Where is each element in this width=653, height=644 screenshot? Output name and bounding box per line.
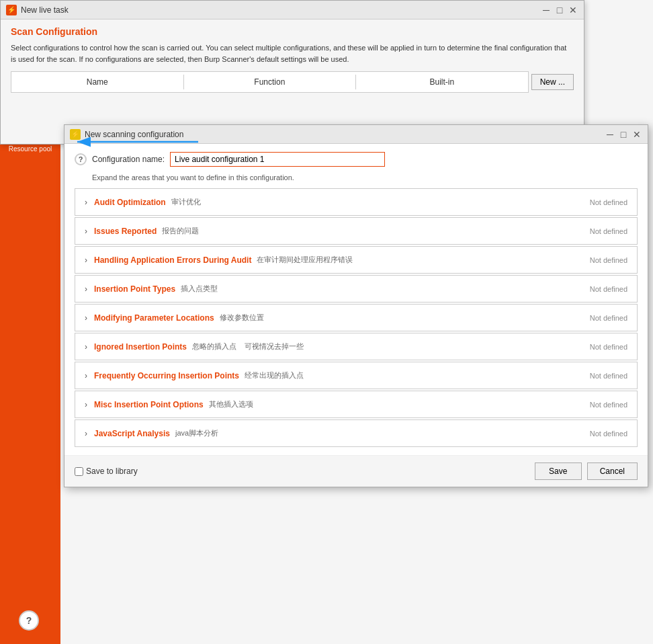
- dialog-body: ? Configuration name: Expand the areas t…: [64, 144, 648, 455]
- col-name: Name: [11, 75, 184, 89]
- section-title-insertion-point-types: Insertion Point Types: [94, 284, 175, 294]
- save-to-library-checkbox[interactable]: [75, 467, 83, 476]
- live-task-title-icon: ⚡: [6, 5, 17, 15]
- section-insertion-point-types[interactable]: ›Insertion Point Types插入点类型Not defined: [75, 275, 638, 303]
- section-subtitle-modifying-param-locations: 修改参数位置: [220, 313, 264, 323]
- scan-config-area: Scan Configuration Select configurations…: [1, 19, 584, 99]
- dialog-titlebar: ⚡ New scanning configuration ─ □ ✕: [64, 125, 648, 144]
- chevron-icon-javascript-analysis: ›: [85, 429, 87, 438]
- section-title-misc-insertion-options: Misc Insertion Point Options: [94, 400, 204, 409]
- section-subtitle-frequently-occurring: 经常出现的插入点: [245, 370, 304, 380]
- chevron-icon-modifying-param-locations: ›: [85, 313, 87, 323]
- close-button[interactable]: ✕: [568, 5, 578, 15]
- section-audit-optimization[interactable]: ›Audit Optimization审计优化Not defined: [75, 188, 638, 216]
- section-status-javascript-analysis: Not defined: [590, 430, 627, 438]
- section-title-modifying-param-locations: Modifying Parameter Locations: [94, 313, 214, 323]
- scan-config-dialog: ⚡ New scanning configuration ─ □ ✕ ? Con…: [64, 124, 648, 487]
- scan-config-title: Scan Configuration: [11, 26, 574, 37]
- dialog-minimize-button[interactable]: ─: [605, 129, 615, 140]
- live-task-title-text: New live task: [21, 5, 541, 15]
- config-name-input[interactable]: [170, 152, 385, 167]
- config-name-row: ? Configuration name:: [75, 152, 638, 167]
- section-title-audit-optimization: Audit Optimization: [94, 198, 166, 207]
- config-table-header: Name Function Built-in: [11, 71, 529, 93]
- section-status-audit-optimization: Not defined: [590, 198, 627, 206]
- section-status-modifying-param-locations: Not defined: [590, 314, 627, 322]
- section-status-insertion-point-types: Not defined: [590, 285, 627, 293]
- section-frequently-occurring[interactable]: ›Frequently Occurring Insertion Points经常…: [75, 362, 638, 389]
- chevron-icon-misc-insertion-options: ›: [85, 400, 87, 409]
- section-title-issues-reported: Issues Reported: [94, 227, 157, 236]
- chevron-icon-insertion-point-types: ›: [85, 284, 87, 294]
- section-subtitle-issues-reported: 报告的问题: [162, 226, 199, 236]
- section-title-javascript-analysis: JavaScript Analysis: [94, 429, 170, 438]
- chevron-icon-issues-reported: ›: [85, 227, 87, 236]
- section-status-ignored-insertion-points: Not defined: [590, 343, 627, 351]
- section-subtitle-insertion-point-types: 插入点类型: [181, 284, 218, 294]
- chevron-icon-frequently-occurring: ›: [85, 371, 87, 380]
- section-handling-app-errors[interactable]: ›Handling Application Errors During Audi…: [75, 246, 638, 274]
- col-builtin: Built-in: [356, 75, 528, 89]
- dialog-close-button[interactable]: ✕: [632, 129, 642, 140]
- dialog-window-controls: ─ □ ✕: [605, 129, 642, 140]
- dialog-title-text: New scanning configuration: [85, 130, 605, 139]
- save-to-library-row: Save to library: [75, 467, 138, 476]
- section-subtitle-misc-insertion-options: 其他插入选项: [209, 399, 253, 409]
- section-subtitle-audit-optimization: 审计优化: [171, 197, 201, 207]
- section-subtitle-ignored-insertion-points: 忽略的插入点: [192, 341, 236, 352]
- section-status-issues-reported: Not defined: [590, 227, 627, 235]
- section-title-ignored-insertion-points: Ignored Insertion Points: [94, 342, 187, 352]
- window-controls: ─ □ ✕: [541, 5, 578, 15]
- chevron-icon-ignored-insertion-points: ›: [85, 342, 87, 352]
- section-status-misc-insertion-options: Not defined: [590, 401, 627, 409]
- section-modifying-param-locations[interactable]: ›Modifying Parameter Locations修改参数位置Not …: [75, 304, 638, 331]
- dialog-footer: Save to library Save Cancel: [64, 455, 648, 487]
- save-to-library-label: Save to library: [86, 467, 138, 476]
- live-task-window: ⚡ New live task ─ □ ✕ Scan Configuration…: [0, 0, 584, 145]
- config-sections: ›Audit Optimization审计优化Not defined›Issue…: [75, 188, 638, 447]
- section-extra-ignored-insertion-points: 可视情况去掉一些: [245, 341, 304, 352]
- dialog-maximize-button[interactable]: □: [618, 129, 629, 140]
- expand-hint: Expand the areas that you want to define…: [92, 173, 638, 182]
- parent-window: 🔍 Scan details ⚙️ Scan configuration 🗂️ …: [0, 0, 653, 644]
- live-task-titlebar: ⚡ New live task ─ □ ✕: [1, 1, 584, 19]
- help-button[interactable]: ?: [19, 610, 39, 631]
- section-title-frequently-occurring: Frequently Occurring Insertion Points: [94, 371, 239, 380]
- dialog-title-icon: ⚡: [70, 129, 81, 140]
- section-status-frequently-occurring: Not defined: [590, 372, 627, 380]
- save-button[interactable]: Save: [535, 462, 582, 480]
- section-status-handling-app-errors: Not defined: [590, 256, 627, 264]
- sidebar-item-resource-pool-label: Resource pool: [9, 145, 52, 153]
- col-function: Function: [184, 75, 357, 89]
- chevron-icon-handling-app-errors: ›: [85, 255, 87, 265]
- new-config-button[interactable]: New ...: [531, 74, 574, 90]
- config-help-icon[interactable]: ?: [75, 153, 87, 165]
- section-subtitle-javascript-analysis: java脚本分析: [175, 428, 218, 438]
- cancel-button[interactable]: Cancel: [587, 462, 638, 480]
- section-title-handling-app-errors: Handling Application Errors During Audit: [94, 255, 251, 265]
- section-javascript-analysis[interactable]: ›JavaScript Analysisjava脚本分析Not defined: [75, 419, 638, 447]
- config-name-label: Configuration name:: [92, 155, 165, 164]
- section-misc-insertion-options[interactable]: ›Misc Insertion Point Options其他插入选项Not d…: [75, 391, 638, 418]
- section-issues-reported[interactable]: ›Issues Reported报告的问题Not defined: [75, 217, 638, 245]
- table-header-row: Name Function Built-in New ...: [11, 71, 574, 93]
- section-subtitle-handling-app-errors: 在审计期间处理应用程序错误: [257, 255, 353, 265]
- chevron-icon-audit-optimization: ›: [85, 198, 87, 207]
- minimize-button[interactable]: ─: [541, 5, 552, 15]
- scan-config-desc: Select configurations to control how the…: [11, 42, 574, 65]
- maximize-button[interactable]: □: [554, 5, 565, 15]
- section-ignored-insertion-points[interactable]: ›Ignored Insertion Points忽略的插入点可视情况去掉一些N…: [75, 333, 638, 360]
